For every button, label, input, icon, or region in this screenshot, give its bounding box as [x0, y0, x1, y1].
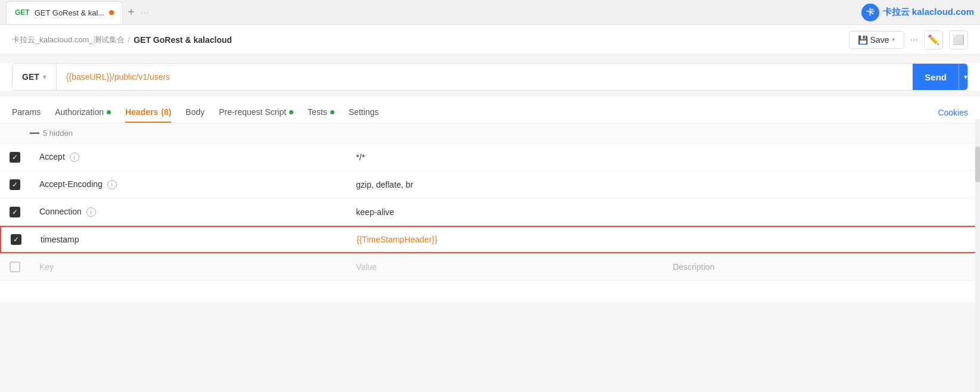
- breadcrumb-current: GET GoRest & kalacloud: [134, 35, 232, 45]
- brand-area: 卡 卡拉云 kalacloud.com: [861, 4, 974, 21]
- tab-headers-label: Headers: [125, 107, 158, 117]
- save-button[interactable]: 💾 Save ▾: [849, 31, 904, 49]
- accept-checkbox[interactable]: ✓: [10, 152, 20, 163]
- header-row-connection: ✓ Connection i keep-alive: [0, 198, 980, 226]
- tab-params-label: Params: [12, 107, 41, 117]
- accept-value: */*: [346, 147, 663, 168]
- tab-params[interactable]: Params: [12, 102, 41, 123]
- accept-encoding-key: Accept-Encoding i: [30, 173, 346, 195]
- more-options-button[interactable]: ···: [910, 35, 918, 45]
- scrollbar[interactable]: [975, 119, 980, 302]
- tab-tests[interactable]: Tests: [308, 102, 334, 123]
- url-bar: GET ▾ Send ▾: [12, 63, 968, 91]
- send-button[interactable]: Send: [913, 64, 959, 90]
- collection-name[interactable]: 卡拉云_kalacloud.com_测试集合: [12, 35, 125, 45]
- tests-dot: [330, 110, 334, 114]
- accept-encoding-desc: [663, 179, 980, 191]
- split-view-button[interactable]: ⬜: [949, 30, 968, 49]
- brand-text: 卡拉云 kalacloud.com: [883, 7, 974, 18]
- new-row-checkbox[interactable]: [10, 262, 20, 272]
- headers-table: ━━ 5 hidden ✓ Accept i */* ✓ Accept-Enco…: [0, 123, 980, 302]
- timestamp-key: timestamp: [31, 229, 347, 250]
- new-row-value[interactable]: Value: [346, 256, 663, 278]
- more-tabs-button[interactable]: ···: [141, 8, 150, 17]
- header-new-row: Key Value Description: [0, 253, 980, 281]
- header-row-timestamp: ✓ timestamp {{TimeStampHeader}}: [0, 226, 980, 253]
- new-tab-button[interactable]: +: [128, 5, 135, 19]
- header-row-accept: ✓ Accept i */*: [0, 144, 980, 171]
- tab-authorization[interactable]: Authorization: [55, 102, 111, 123]
- tab-title: GET GoRest & kal...: [35, 8, 105, 17]
- tab-unsaved-dot: [109, 10, 114, 15]
- new-row-key[interactable]: Key: [30, 256, 346, 278]
- method-label: GET: [22, 72, 39, 82]
- breadcrumb-actions: 💾 Save ▾ ··· ✏️ ⬜: [849, 30, 968, 49]
- accept-encoding-checkbox[interactable]: ✓: [10, 179, 20, 190]
- tab-tests-label: Tests: [308, 107, 327, 117]
- connection-info-icon[interactable]: i: [86, 207, 96, 217]
- breadcrumb: 卡拉云_kalacloud.com_测试集合 / GET GoRest & ka…: [12, 35, 232, 45]
- save-icon: 💾: [858, 35, 868, 45]
- split-icon: ⬜: [953, 34, 965, 45]
- scrollbar-thumb[interactable]: [975, 147, 980, 182]
- tab-method: GET: [15, 8, 30, 17]
- tab-authorization-label: Authorization: [55, 107, 104, 117]
- connection-desc: [663, 206, 980, 218]
- tab-headers[interactable]: Headers (8): [125, 102, 171, 123]
- tab-body[interactable]: Body: [185, 102, 204, 123]
- accept-encoding-info-icon[interactable]: i: [107, 180, 117, 189]
- tab-settings[interactable]: Settings: [349, 102, 379, 123]
- send-chevron-icon: ▾: [964, 73, 967, 81]
- accept-info-icon[interactable]: i: [70, 153, 79, 162]
- connection-key: Connection i: [30, 201, 346, 223]
- method-chevron-icon: ▾: [43, 73, 46, 81]
- tab-headers-count: (8): [161, 107, 171, 117]
- send-chevron-button[interactable]: ▾: [959, 64, 967, 90]
- tab-body-label: Body: [185, 107, 204, 117]
- accept-desc: [663, 151, 980, 163]
- accept-key: Accept i: [30, 146, 346, 168]
- collapsed-count: 5 hidden: [43, 129, 73, 138]
- brand-icon: 卡: [861, 4, 879, 21]
- tab-settings-label: Settings: [349, 107, 379, 117]
- url-input[interactable]: [57, 64, 913, 90]
- cookies-link[interactable]: Cookies: [938, 108, 968, 117]
- new-row-desc[interactable]: Description: [663, 256, 980, 278]
- prerequest-dot: [289, 110, 293, 114]
- timestamp-desc: [663, 234, 979, 245]
- connection-value: keep-alive: [346, 201, 663, 223]
- edit-button[interactable]: ✏️: [924, 30, 943, 49]
- request-tabs: Params Authorization Headers (8) Body Pr…: [0, 97, 980, 123]
- collapsed-headers-row: ━━ 5 hidden: [0, 123, 980, 144]
- edit-icon: ✏️: [928, 34, 939, 45]
- save-label: Save: [870, 35, 889, 45]
- tab-actions: + ···: [128, 5, 149, 19]
- header-row-accept-encoding: ✓ Accept-Encoding i gzip, deflate, br: [0, 171, 980, 198]
- cookies-label: Cookies: [938, 108, 968, 117]
- connection-checkbox[interactable]: ✓: [10, 207, 20, 217]
- tab-prerequest[interactable]: Pre-request Script: [219, 102, 293, 123]
- authorization-dot: [107, 110, 111, 114]
- timestamp-value: {{TimeStampHeader}}: [347, 229, 663, 250]
- send-label: Send: [925, 72, 947, 82]
- collapsed-bar-icon: ━━: [30, 129, 39, 138]
- timestamp-checkbox[interactable]: ✓: [11, 234, 21, 245]
- accept-encoding-value: gzip, deflate, br: [346, 174, 663, 195]
- breadcrumb-separator: /: [128, 35, 131, 44]
- method-select[interactable]: GET ▾: [13, 64, 57, 90]
- save-chevron-icon: ▾: [892, 36, 895, 43]
- active-tab[interactable]: GET GET GoRest & kal...: [6, 1, 123, 24]
- tab-prerequest-label: Pre-request Script: [219, 107, 286, 117]
